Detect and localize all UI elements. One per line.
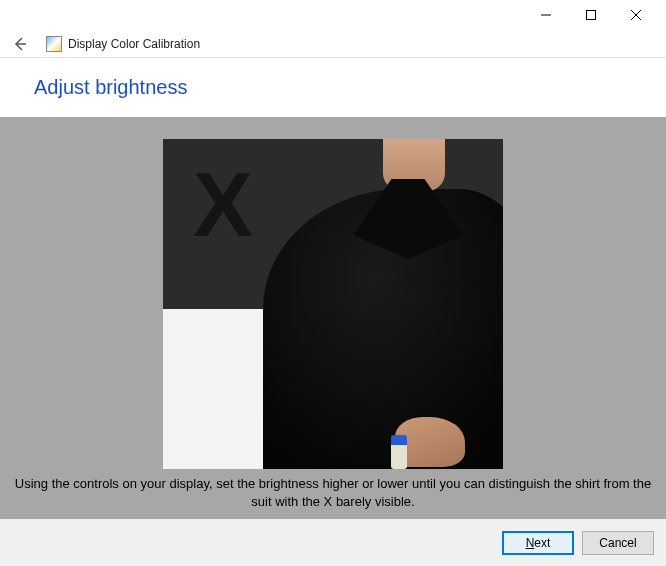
maximize-button[interactable]: [568, 1, 613, 29]
sample-x-mark: X: [193, 174, 247, 237]
instruction-text: Using the controls on your display, set …: [0, 469, 666, 510]
svg-rect-1: [586, 11, 595, 20]
next-button-rest: ext: [534, 536, 550, 550]
next-button[interactable]: Next: [502, 531, 574, 555]
sample-marker: [391, 435, 407, 469]
close-icon: [631, 10, 641, 20]
cancel-button[interactable]: Cancel: [582, 531, 654, 555]
app-icon: [46, 36, 62, 52]
brightness-sample-image: X: [163, 139, 503, 469]
back-button[interactable]: [8, 32, 32, 56]
back-arrow-icon: [12, 36, 28, 52]
minimize-button[interactable]: [523, 1, 568, 29]
page-title: Adjust brightness: [0, 58, 666, 117]
window-title: Display Color Calibration: [68, 37, 200, 51]
maximize-icon: [586, 10, 596, 20]
close-button[interactable]: [613, 1, 658, 29]
minimize-icon: [541, 10, 551, 20]
window-titlebar: [0, 0, 666, 30]
header-bar: Display Color Calibration: [0, 30, 666, 58]
footer-bar: Next Cancel: [0, 519, 666, 566]
content-area: X Using the controls on your display, se…: [0, 117, 666, 519]
